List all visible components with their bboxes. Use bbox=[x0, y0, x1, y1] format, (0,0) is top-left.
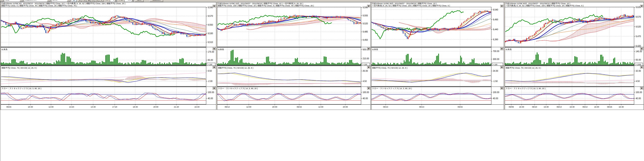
gridlines bbox=[372, 7, 491, 104]
svg-text:移動平均( Close, 75 ) MACD( 12,: 移動平均( Close, 75 ) MACD( 12, 26, 9 ) bbox=[218, 67, 253, 69]
chart-panels-container: 日経225mini 11/09( 5分, 2011/06/10 - 2011/0… bbox=[0, 2, 644, 110]
svg-text:55.00: 55.00 bbox=[636, 59, 641, 61]
stochastics-plot[interactable] bbox=[217, 93, 361, 101]
stochastics-plot[interactable] bbox=[505, 93, 634, 100]
chart-svg: 日経225mini 11/09( 30分, 2011/06/07 - 2011/… bbox=[371, 2, 504, 110]
volume-bars[interactable] bbox=[1, 53, 206, 65]
collapse-section-button[interactable] bbox=[213, 66, 216, 69]
section-labels: 出来高移動平均( Close, 75 ) MACD( 12, 26, 9 )スロ… bbox=[2, 48, 41, 90]
ichimoku-cloud bbox=[246, 16, 360, 30]
apply-button[interactable]: 適用 bbox=[135, 0, 144, 2]
collapse-section-button[interactable] bbox=[213, 48, 216, 50]
svg-text:-1.50: -1.50 bbox=[493, 80, 498, 82]
macd-plot[interactable] bbox=[371, 73, 491, 83]
chevron-down-icon[interactable]: ▼ bbox=[67, 0, 70, 2]
svg-text:9.50: 9.50 bbox=[208, 70, 212, 72]
svg-text:06/15: 06/15 bbox=[297, 106, 302, 108]
volume-multiplier-badge: × 100 bbox=[492, 63, 503, 66]
period-minute-button[interactable]: 分 bbox=[95, 0, 99, 2]
collapse-section-button[interactable] bbox=[640, 87, 643, 90]
svg-text:9,520: 9,520 bbox=[362, 23, 368, 25]
macd-plot[interactable] bbox=[217, 73, 361, 86]
svg-text:9,520: 9,520 bbox=[636, 26, 641, 28]
svg-text:スロー・ストキャスティクス( 14, 3, 80, 20 ): スロー・ストキャスティクス( 14, 3, 80, 20 ) bbox=[2, 87, 41, 90]
svg-text:9,470: 9,470 bbox=[636, 35, 641, 38]
svg-text:65.00: 65.00 bbox=[208, 59, 213, 61]
svg-text:40.00: 40.00 bbox=[208, 97, 213, 100]
svg-text:16:30: 16:30 bbox=[519, 106, 524, 108]
candlestick-plot[interactable] bbox=[372, 10, 491, 39]
stochastics-plot[interactable] bbox=[371, 93, 491, 101]
svg-text:100.00: 100.00 bbox=[493, 91, 499, 93]
spinner-icon[interactable]: ◢ bbox=[114, 0, 116, 2]
svg-text:× 100: × 100 bbox=[362, 64, 367, 66]
svg-text:× 100: × 100 bbox=[208, 64, 212, 66]
collapse-section-button[interactable] bbox=[500, 66, 503, 69]
macd-plot[interactable] bbox=[505, 73, 634, 84]
svg-text:40.00: 40.00 bbox=[493, 97, 498, 100]
svg-text:21:20: 21:20 bbox=[174, 106, 179, 108]
period-weekly-button[interactable]: 週 bbox=[87, 0, 91, 2]
svg-text:9,590: 9,590 bbox=[208, 6, 213, 9]
period-1-button[interactable]: 1 bbox=[100, 0, 104, 2]
stochastics-plot[interactable] bbox=[1, 93, 206, 100]
macd-plot[interactable] bbox=[1, 73, 206, 84]
svg-text:700.00: 700.00 bbox=[493, 50, 499, 52]
period-daily-button[interactable]: 日 bbox=[83, 0, 87, 2]
svg-text:06/13: 06/13 bbox=[557, 106, 562, 108]
empty-workspace-area bbox=[0, 110, 644, 161]
interval-input[interactable]: 5◢ bbox=[110, 0, 117, 2]
collapse-section-button[interactable] bbox=[500, 5, 503, 7]
collapse-section-button[interactable] bbox=[500, 48, 503, 50]
chevron-down-icon[interactable]: ▼ bbox=[20, 0, 23, 2]
spinner-icon[interactable]: ◢ bbox=[132, 0, 134, 2]
svg-text:175.00: 175.00 bbox=[208, 51, 214, 53]
mini-combo[interactable]: ▼ bbox=[0, 0, 4, 2]
chart-svg: 日経225mini 11/09( 5分, 2011/06/10 - 2011/0… bbox=[1, 2, 216, 110]
collapse-section-button[interactable] bbox=[367, 66, 370, 69]
collapse-section-button[interactable] bbox=[640, 5, 643, 7]
collapse-section-button[interactable] bbox=[640, 48, 643, 50]
chart-panel-3: 日経225mini 11/09( 30分, 2011/06/07 - 2011/… bbox=[371, 2, 504, 110]
price-axis: 9,5909,5559,5209,4859,450505.00210.0026.… bbox=[361, 6, 369, 100]
svg-text:06/14: 06/14 bbox=[582, 106, 588, 108]
chart-header: 日経225mini 11/09( 15分, 2011/06/07 - 2011/… bbox=[218, 2, 314, 7]
svg-text:10:40: 10:40 bbox=[28, 106, 33, 108]
svg-text:12:00: 12:00 bbox=[318, 106, 323, 108]
svg-text:20:00: 20:00 bbox=[343, 106, 348, 108]
svg-text:9,570: 9,570 bbox=[636, 16, 641, 18]
market-select[interactable]: 先物▼ bbox=[4, 0, 23, 2]
volume-bars[interactable] bbox=[217, 50, 361, 65]
collapse-section-button[interactable] bbox=[213, 87, 216, 90]
chevron-down-icon[interactable]: ▼ bbox=[47, 0, 50, 2]
collapse-section-button[interactable] bbox=[213, 5, 216, 7]
svg-text:12:00: 12:00 bbox=[246, 106, 251, 108]
chart-header: 日経225mini 11/09( 5分, 2011/06/10 - 2011/0… bbox=[1, 2, 126, 7]
bars-count-input[interactable]: 500◢ bbox=[124, 0, 134, 2]
svg-text:20:00: 20:00 bbox=[154, 106, 158, 108]
svg-text:-2.00: -2.00 bbox=[208, 80, 212, 82]
collapse-section-button[interactable] bbox=[367, 87, 370, 90]
toolbar: ▼ 先物▼ 日経225mini▼ 11/09▼ 足 ⧉ 日 週 月 分 1 分 … bbox=[0, 0, 644, 2]
collapse-section-button[interactable] bbox=[640, 66, 643, 69]
contract-month-select[interactable]: 11/09▼ bbox=[51, 0, 70, 2]
svg-text:9,550: 9,550 bbox=[208, 24, 213, 26]
svg-text:40.00: 40.00 bbox=[362, 97, 368, 100]
volume-bars[interactable] bbox=[371, 54, 491, 65]
candlestick-plot[interactable] bbox=[505, 14, 634, 44]
svg-text:06/13: 06/13 bbox=[383, 106, 388, 108]
collapse-section-button[interactable] bbox=[367, 48, 370, 50]
chart-header: 日経225mini 11/09( 60分, 2011/06/07 - 2011/… bbox=[506, 2, 584, 7]
multi-symbol-button[interactable]: 複数銘柄 bbox=[150, 0, 163, 2]
volume-bars[interactable] bbox=[505, 52, 634, 65]
collapse-section-button[interactable] bbox=[500, 87, 503, 90]
symbol-select[interactable]: 日経225mini▼ bbox=[24, 0, 51, 2]
period-monthly-button[interactable]: 月 bbox=[91, 0, 95, 2]
bar-type-button[interactable]: 足 bbox=[72, 0, 77, 2]
svg-text:出来高: 出来高 bbox=[372, 48, 378, 51]
chart-panel-4: 日経225mini 11/09( 60分, 2011/06/07 - 2011/… bbox=[505, 2, 644, 110]
chevron-down-icon[interactable]: ▼ bbox=[0, 0, 3, 2]
collapse-section-button[interactable] bbox=[367, 5, 370, 7]
moving-average-lines bbox=[506, 16, 634, 42]
chart-style-icon[interactable]: ⧉ bbox=[78, 0, 82, 2]
